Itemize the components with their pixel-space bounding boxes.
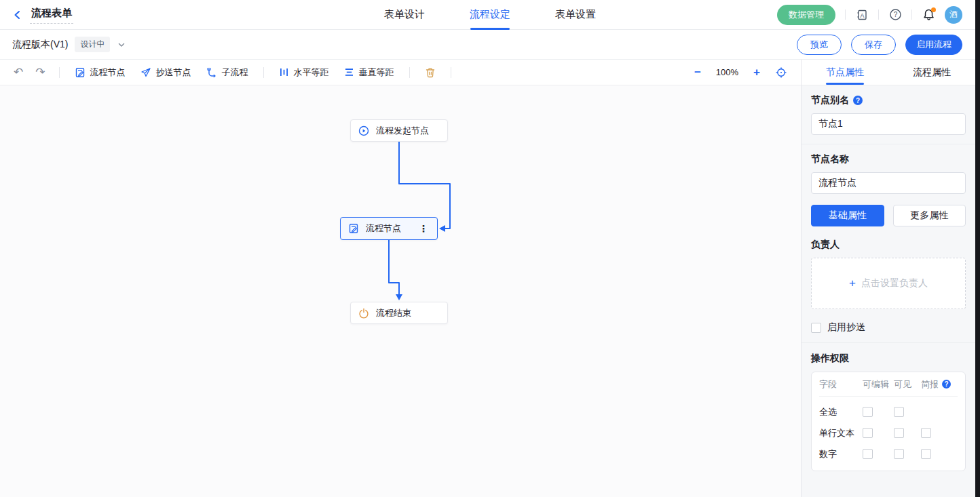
toolbar-label: 水平等距 [294,66,329,79]
owner-placeholder: 点击设置负责人 [861,277,928,290]
vertical-spacing-icon [344,67,354,77]
toolbar-label: 抄送节点 [156,66,191,79]
contacts-icon[interactable]: A [855,8,869,22]
node-more-icon[interactable]: ⋮ [417,223,430,234]
enable-cc-label: 启用抄送 [827,321,865,334]
row-label: 全选 [819,406,837,418]
text-brief-checkbox[interactable] [921,428,931,438]
trash-icon[interactable] [421,67,440,78]
doc-edit-icon [348,223,359,234]
status-badge: 设计中 [75,37,110,52]
toolbar-label: 子流程 [222,66,248,79]
add-flow-node-button[interactable]: 流程节点 [71,64,130,81]
node-flow-start[interactable]: 流程发起节点 [350,119,448,142]
text-editable-checkbox[interactable] [863,428,873,438]
panel-tabs: 节点属性 流程属性 [802,60,975,85]
permissions-table: 字段 可编辑 可见 简报 ? 全选 单行 [811,372,966,471]
table-row: 单行文本 [819,424,958,441]
node-name-input[interactable] [811,172,966,194]
version-bar: 流程版本(V1) 设计中 预览 保存 启用流程 [0,30,980,60]
permissions-title: 操作权限 [811,353,966,365]
redo-icon[interactable]: ↷ [33,66,48,78]
tab-flow-properties[interactable]: 流程属性 [888,60,975,85]
col-visible: 可见 [894,378,911,391]
table-row: 全选 [819,403,958,420]
doc-edit-icon [75,67,86,78]
undo-icon[interactable]: ↶ [11,66,26,78]
node-label: 流程结束 [376,307,411,319]
plus-icon: + [849,277,856,290]
add-subflow-button[interactable]: 子流程 [202,64,252,81]
horizontal-spacing-icon [279,67,289,77]
horizontal-spacing-button[interactable]: 水平等距 [275,64,333,81]
tab-form-setting[interactable]: 表单设置 [555,0,596,30]
owner-label: 负责人 [811,239,840,251]
back-nav[interactable]: 流程表单 [12,5,73,24]
number-editable-checkbox[interactable] [863,449,873,459]
zoom-out-button[interactable]: − [694,66,701,78]
number-visible-checkbox[interactable] [894,449,904,459]
divider [802,342,975,343]
notification-bell-icon[interactable] [922,8,935,22]
add-cc-node-button[interactable]: 抄送节点 [136,64,195,81]
play-circle-icon [358,125,369,136]
avatar[interactable]: 酒 [945,6,962,24]
canvas-toolbar: ↶ ↷ 流程节点 抄送节点 子流程 [0,60,801,85]
divider [878,9,879,20]
power-icon [358,308,369,319]
node-alias-label: 节点别名 [811,94,849,106]
node-label: 流程节点 [366,222,401,235]
table-row: 数字 [819,445,958,462]
tab-flow-setting[interactable]: 流程设定 [470,0,510,30]
node-flow-step[interactable]: 流程节点 ⋮ [340,217,438,240]
chevron-down-icon[interactable] [117,40,126,49]
flow-edges [0,85,801,497]
locate-center-icon[interactable] [775,66,787,79]
divider [911,9,912,20]
text-visible-checkbox[interactable] [894,428,904,438]
window-scrollbar[interactable] [975,0,980,497]
col-field: 字段 [819,378,837,391]
divider [409,67,410,78]
top-header: 流程表单 表单设计 流程设定 表单设置 数据管理 A ? [0,0,980,30]
enable-cc-checkbox[interactable] [811,323,821,333]
node-alias-input[interactable] [811,113,966,135]
version-label: 流程版本(V1) [12,39,68,51]
vertical-spacing-button[interactable]: 垂直等距 [340,64,398,81]
notification-dot [931,7,936,12]
flow-canvas[interactable]: 流程发起节点 流程节点 ⋮ 流程结束 [0,85,801,497]
zoom-level: 100% [716,67,738,77]
node-flow-end[interactable]: 流程结束 [350,302,448,324]
subflow-branch-icon [206,67,217,78]
zoom-in-button[interactable]: + [753,66,760,78]
divider [59,67,60,78]
help-icon[interactable]: ? [888,8,902,22]
select-all-editable-checkbox[interactable] [863,407,873,417]
alias-help-icon[interactable]: ? [853,96,863,105]
svg-text:A: A [860,12,864,18]
basic-attrs-button[interactable]: 基础属性 [811,205,884,226]
toolbar-label: 垂直等距 [359,66,394,79]
row-label: 数字 [819,448,837,460]
save-button[interactable]: 保存 [851,35,896,55]
preview-button[interactable]: 预览 [797,35,842,55]
tab-form-design[interactable]: 表单设计 [384,0,425,30]
more-attrs-button[interactable]: 更多属性 [893,205,966,226]
enable-flow-button[interactable]: 启用流程 [905,35,962,55]
toolbar-label: 流程节点 [90,66,126,79]
node-label: 流程发起节点 [376,125,429,137]
properties-panel: 节点属性 流程属性 节点别名 ? 节点名称 基础属性 更多属性 负责人 + [801,60,975,497]
header-tabs: 表单设计 流程设定 表单设置 [384,0,596,30]
col-brief: 简报 [921,378,939,391]
tab-node-properties[interactable]: 节点属性 [802,60,888,85]
divider [845,9,846,20]
number-brief-checkbox[interactable] [921,449,931,459]
data-manage-button[interactable]: 数据管理 [777,5,835,25]
node-name-label: 节点名称 [811,153,849,165]
page-title: 流程表单 [30,5,73,24]
back-chevron-icon[interactable] [12,9,23,20]
row-label: 单行文本 [819,427,854,439]
select-all-visible-checkbox[interactable] [894,407,904,417]
brief-help-icon[interactable]: ? [942,380,951,389]
set-owner-button[interactable]: + 点击设置负责人 [811,258,966,309]
